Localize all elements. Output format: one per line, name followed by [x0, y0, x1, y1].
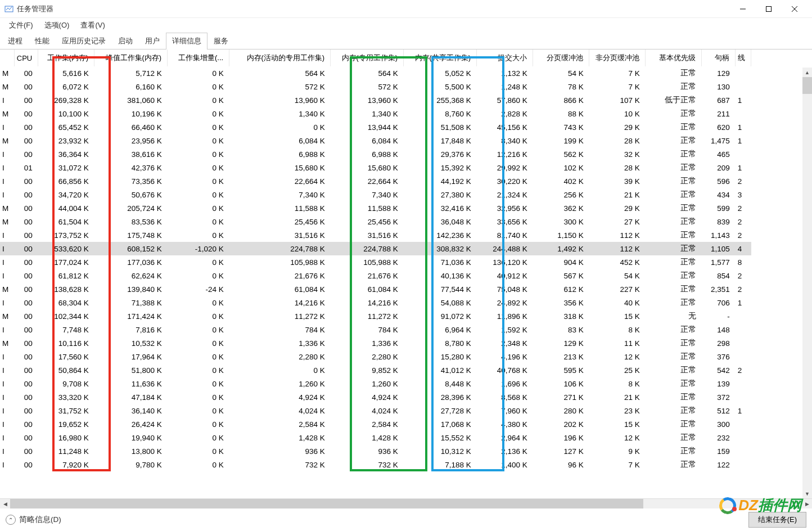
cell-nonpaged: 15 K [589, 417, 646, 431]
table-row[interactable]: I0016,980 K19,940 K0 K1,428 K1,428 K15,5… [0, 431, 751, 444]
cell-priority: 正常 [646, 377, 702, 390]
cell-name: I [0, 255, 14, 269]
tab-performance[interactable]: 性能 [29, 33, 56, 50]
col-base-priority[interactable]: 基本优先级 [646, 50, 702, 66]
cell-delta: -24 K [168, 282, 229, 296]
cell-peak: 10,532 K [94, 336, 168, 350]
col-working-set[interactable]: 工作集(内存) [38, 50, 94, 66]
menu-view[interactable]: 查看(V) [75, 19, 110, 32]
table-row[interactable]: I0019,652 K26,424 K0 K2,584 K2,584 K17,0… [0, 417, 751, 431]
vscroll-thumb[interactable] [802, 77, 812, 94]
col-cpu[interactable]: CPU [14, 50, 38, 66]
table-row[interactable]: I00533,620 K608,152 K-1,020 K224,788 K22… [0, 242, 751, 255]
table-row[interactable]: I0011,248 K13,800 K0 K936 K936 K10,312 K… [0, 444, 751, 458]
col-peak-working-set[interactable]: 峰值工作集(内存) [94, 50, 168, 66]
col-threads[interactable]: 线 [736, 50, 751, 66]
table-row[interactable]: M005,616 K5,712 K0 K564 K564 K5,052 K1,1… [0, 66, 751, 80]
cell-peak: 26,424 K [94, 417, 168, 431]
table-row[interactable]: I00269,328 K381,060 K0 K13,960 K13,960 K… [0, 93, 751, 107]
cell-cpu: 00 [14, 269, 38, 282]
table-row[interactable]: M0010,116 K10,532 K0 K1,336 K1,336 K8,78… [0, 336, 751, 350]
cell-shared: 28,396 K [404, 390, 477, 404]
col-handles[interactable]: 句柄 [702, 50, 736, 66]
col-shared-ws[interactable]: 内存(共享工作集) [404, 50, 477, 66]
table-row[interactable]: I0066,856 K73,356 K0 K22,664 K22,664 K44… [0, 174, 751, 188]
table-row[interactable]: M0044,004 K205,724 K0 K11,588 K11,588 K3… [0, 201, 751, 215]
cell-commit: 32,956 K [477, 201, 533, 215]
cell-cpu: 00 [14, 107, 38, 120]
cell-priority: 正常 [646, 444, 702, 458]
table-row[interactable]: I0033,320 K47,184 K0 K4,924 K4,924 K28,3… [0, 390, 751, 404]
close-button[interactable] [782, 0, 808, 18]
menu-options[interactable]: 选项(O) [39, 19, 75, 32]
scroll-down-button[interactable]: ▼ [802, 489, 812, 498]
scroll-left-button[interactable]: ◀ [0, 499, 10, 508]
cell-ws: 5,616 K [38, 66, 94, 80]
cell-active: 61,084 K [229, 282, 331, 296]
table-row[interactable]: I0017,560 K17,964 K0 K2,280 K2,280 K15,2… [0, 350, 751, 363]
cell-delta: -1,020 K [168, 242, 229, 255]
cell-private: 732 K [331, 458, 404, 471]
col-name[interactable] [0, 50, 14, 66]
cell-priority: 正常 [646, 255, 702, 269]
table-row[interactable]: M00102,344 K171,424 K0 K11,272 K11,272 K… [0, 309, 751, 323]
tab-processes[interactable]: 进程 [2, 33, 29, 50]
hscroll-track[interactable] [10, 499, 802, 508]
tab-startup[interactable]: 启动 [112, 33, 139, 50]
horizontal-scrollbar[interactable]: ◀ ▶ [0, 498, 812, 508]
vertical-scrollbar[interactable]: ▲ ▼ [802, 68, 812, 498]
hscroll-thumb[interactable] [10, 499, 643, 508]
table-row[interactable]: I0031,752 K36,140 K0 K4,024 K4,024 K27,7… [0, 404, 751, 417]
col-paged-pool[interactable]: 分页缓冲池 [533, 50, 589, 66]
menu-file[interactable]: 文件(F) [3, 19, 39, 32]
table-row[interactable]: M006,072 K6,160 K0 K572 K572 K5,500 K1,2… [0, 80, 751, 93]
tab-services[interactable]: 服务 [207, 33, 234, 50]
cell-ws: 17,560 K [38, 350, 94, 363]
table-row[interactable]: M0023,932 K23,956 K0 K6,084 K6,084 K17,8… [0, 134, 751, 147]
col-nonpaged-pool[interactable]: 非分页缓冲池 [589, 50, 646, 66]
cell-name: I [0, 120, 14, 134]
table-row[interactable]: I007,920 K9,780 K0 K732 K732 K7,188 K1,4… [0, 458, 751, 471]
details-grid[interactable]: CPU 工作集(内存) 峰值工作集(内存) 工作集增量(... 内存(活动的专用… [0, 50, 812, 498]
table-row[interactable]: M0061,504 K83,536 K0 K25,456 K25,456 K36… [0, 215, 751, 228]
cell-name: I [0, 417, 14, 431]
table-row[interactable]: I0068,304 K71,388 K0 K14,216 K14,216 K54… [0, 296, 751, 309]
cell-threads [736, 147, 751, 161]
table-row[interactable]: I00177,024 K177,036 K0 K105,988 K105,988… [0, 255, 751, 269]
cell-nonpaged: 107 K [589, 93, 646, 107]
table-row[interactable]: I0065,452 K66,460 K0 K0 K13,944 K51,508 … [0, 120, 751, 134]
table-row[interactable]: M0010,100 K10,196 K0 K1,340 K1,340 K8,76… [0, 107, 751, 120]
minimize-button[interactable] [730, 0, 756, 18]
table-row[interactable]: I00173,752 K175,748 K0 K31,516 K31,516 K… [0, 228, 751, 242]
cell-handles: 122 [702, 458, 736, 471]
cell-name: I [0, 458, 14, 471]
scroll-right-button[interactable]: ▶ [802, 499, 812, 508]
col-active-private[interactable]: 内存(活动的专用工作集) [229, 50, 331, 66]
cell-private: 572 K [331, 80, 404, 93]
table-row[interactable]: I007,748 K7,816 K0 K784 K784 K6,964 K1,5… [0, 323, 751, 336]
cell-priority: 正常 [646, 431, 702, 444]
cell-shared: 5,500 K [404, 80, 477, 93]
scroll-up-button[interactable]: ▲ [802, 68, 812, 77]
table-row[interactable]: I0034,720 K50,676 K0 K7,340 K7,340 K27,3… [0, 188, 751, 201]
tab-details[interactable]: 详细信息 [166, 33, 207, 50]
cell-name: M [0, 201, 14, 215]
col-ws-delta[interactable]: 工作集增量(... [168, 50, 229, 66]
cell-active: 25,456 K [229, 215, 331, 228]
vscroll-track[interactable] [802, 77, 812, 489]
tab-app-history[interactable]: 应用历史记录 [56, 33, 112, 50]
fewer-details-toggle[interactable]: ⌃ 简略信息(D) [6, 515, 61, 525]
table-row[interactable]: I009,708 K11,636 K0 K1,260 K1,260 K8,448… [0, 377, 751, 390]
table-row[interactable]: M00138,628 K139,840 K-24 K61,084 K61,084… [0, 282, 751, 296]
col-private-ws[interactable]: 内存(专用工作集) [331, 50, 404, 66]
cell-name: M [0, 66, 14, 80]
maximize-button[interactable] [756, 0, 782, 18]
cell-delta: 0 K [168, 215, 229, 228]
col-commit-size[interactable]: 提交大小 [477, 50, 533, 66]
tab-users[interactable]: 用户 [139, 33, 166, 50]
table-row[interactable]: I0061,812 K62,624 K0 K21,676 K21,676 K40… [0, 269, 751, 282]
table-row[interactable]: I0050,864 K51,800 K0 K0 K9,852 K41,012 K… [0, 363, 751, 377]
table-row[interactable]: I0131,072 K42,376 K0 K15,680 K15,680 K15… [0, 161, 751, 174]
cell-paged: 402 K [533, 174, 589, 188]
table-row[interactable]: I0036,364 K38,616 K0 K6,988 K6,988 K29,3… [0, 147, 751, 161]
